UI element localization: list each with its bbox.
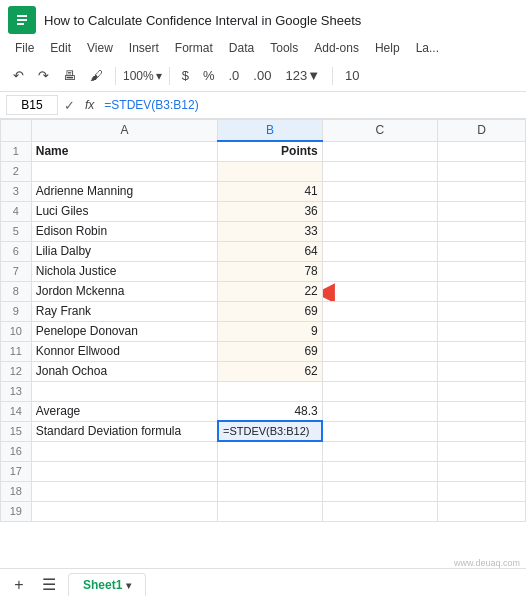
cell-c13[interactable] — [322, 381, 437, 401]
cell-c6[interactable] — [322, 241, 437, 261]
col-header-a[interactable]: A — [31, 120, 218, 142]
menu-view[interactable]: View — [80, 38, 120, 58]
cell-b3[interactable]: 41 — [218, 181, 322, 201]
format-paint-button[interactable]: 🖌 — [85, 66, 108, 85]
cell-d8[interactable] — [438, 281, 526, 301]
cell-b4[interactable]: 36 — [218, 201, 322, 221]
cell-b7[interactable]: 78 — [218, 261, 322, 281]
more-formats-button[interactable]: 123▼ — [280, 66, 325, 85]
decimal-dec-button[interactable]: .0 — [224, 66, 245, 85]
cell-a17[interactable] — [31, 461, 218, 481]
cell-c15[interactable] — [322, 421, 437, 441]
cell-d2[interactable] — [438, 161, 526, 181]
cell-c14[interactable] — [322, 401, 437, 421]
cell-c17[interactable] — [322, 461, 437, 481]
cell-b15[interactable]: =STDEV(B3:B12) — [218, 421, 322, 441]
menu-format[interactable]: Format — [168, 38, 220, 58]
cell-d7[interactable] — [438, 261, 526, 281]
cell-b2[interactable] — [218, 161, 322, 181]
cell-c18[interactable] — [322, 481, 437, 501]
redo-button[interactable]: ↷ — [33, 66, 54, 85]
cell-c1[interactable] — [322, 141, 437, 161]
cell-a16[interactable] — [31, 441, 218, 461]
sheet-menu-button[interactable]: ☰ — [38, 574, 60, 596]
cell-b1[interactable]: Points — [218, 141, 322, 161]
menu-tools[interactable]: Tools — [263, 38, 305, 58]
cell-d14[interactable] — [438, 401, 526, 421]
cell-d6[interactable] — [438, 241, 526, 261]
cell-a15[interactable]: Standard Deviation formula — [31, 421, 218, 441]
cell-c10[interactable] — [322, 321, 437, 341]
cell-b19[interactable] — [218, 501, 322, 521]
cell-a10[interactable]: Penelope Donovan — [31, 321, 218, 341]
cell-a2[interactable] — [31, 161, 218, 181]
cell-d16[interactable] — [438, 441, 526, 461]
zoom-select[interactable]: 100% ▾ — [123, 69, 162, 83]
menu-addons[interactable]: Add-ons — [307, 38, 366, 58]
cell-c19[interactable] — [322, 501, 437, 521]
cell-a4[interactable]: Luci Giles — [31, 201, 218, 221]
cell-b18[interactable] — [218, 481, 322, 501]
cell-c8[interactable]: ◀ — [322, 281, 437, 301]
undo-button[interactable]: ↶ — [8, 66, 29, 85]
cell-a13[interactable] — [31, 381, 218, 401]
menu-file[interactable]: File — [8, 38, 41, 58]
cell-c3[interactable] — [322, 181, 437, 201]
cell-d10[interactable] — [438, 321, 526, 341]
add-sheet-button[interactable]: + — [8, 574, 30, 596]
cell-b14[interactable]: 48.3 — [218, 401, 322, 421]
cell-d19[interactable] — [438, 501, 526, 521]
font-size-button[interactable]: 10 — [340, 66, 364, 85]
cell-c12[interactable] — [322, 361, 437, 381]
cell-a12[interactable]: Jonah Ochoa — [31, 361, 218, 381]
cell-d17[interactable] — [438, 461, 526, 481]
cell-d9[interactable] — [438, 301, 526, 321]
cell-a9[interactable]: Ray Frank — [31, 301, 218, 321]
cell-b12[interactable]: 62 — [218, 361, 322, 381]
cell-d3[interactable] — [438, 181, 526, 201]
cell-c5[interactable] — [322, 221, 437, 241]
cell-c7[interactable] — [322, 261, 437, 281]
cell-a19[interactable] — [31, 501, 218, 521]
cell-c2[interactable] — [322, 161, 437, 181]
cell-a5[interactable]: Edison Robin — [31, 221, 218, 241]
cell-a8[interactable]: Jordon Mckenna — [31, 281, 218, 301]
cell-a6[interactable]: Lilia Dalby — [31, 241, 218, 261]
cell-a14[interactable]: Average — [31, 401, 218, 421]
cell-b11[interactable]: 69 — [218, 341, 322, 361]
menu-edit[interactable]: Edit — [43, 38, 78, 58]
cell-d5[interactable] — [438, 221, 526, 241]
cell-d4[interactable] — [438, 201, 526, 221]
cell-a11[interactable]: Konnor Ellwood — [31, 341, 218, 361]
cell-d12[interactable] — [438, 361, 526, 381]
cell-d11[interactable] — [438, 341, 526, 361]
decimal-inc-button[interactable]: .00 — [248, 66, 276, 85]
menu-more[interactable]: La... — [409, 38, 446, 58]
col-header-c[interactable]: C — [322, 120, 437, 142]
cell-b5[interactable]: 33 — [218, 221, 322, 241]
cell-d13[interactable] — [438, 381, 526, 401]
cell-a1[interactable]: Name — [31, 141, 218, 161]
cell-b10[interactable]: 9 — [218, 321, 322, 341]
cell-c11[interactable] — [322, 341, 437, 361]
cell-b13[interactable] — [218, 381, 322, 401]
cell-d1[interactable] — [438, 141, 526, 161]
cell-b9[interactable]: 69 — [218, 301, 322, 321]
col-header-b[interactable]: B — [218, 120, 322, 142]
cell-c9[interactable] — [322, 301, 437, 321]
cell-b6[interactable]: 64 — [218, 241, 322, 261]
cell-a7[interactable]: Nichola Justice — [31, 261, 218, 281]
print-button[interactable]: 🖶 — [58, 66, 81, 85]
cell-c16[interactable] — [322, 441, 437, 461]
cell-a18[interactable] — [31, 481, 218, 501]
cell-d15[interactable] — [438, 421, 526, 441]
cell-a3[interactable]: Adrienne Manning — [31, 181, 218, 201]
col-header-d[interactable]: D — [438, 120, 526, 142]
cell-b16[interactable] — [218, 441, 322, 461]
sheet-tab[interactable]: Sheet1 ▾ — [68, 573, 146, 596]
cell-c4[interactable] — [322, 201, 437, 221]
menu-insert[interactable]: Insert — [122, 38, 166, 58]
formula-input[interactable]: =STDEV(B3:B12) — [104, 98, 520, 112]
menu-help[interactable]: Help — [368, 38, 407, 58]
cell-b8[interactable]: 22 — [218, 281, 322, 301]
